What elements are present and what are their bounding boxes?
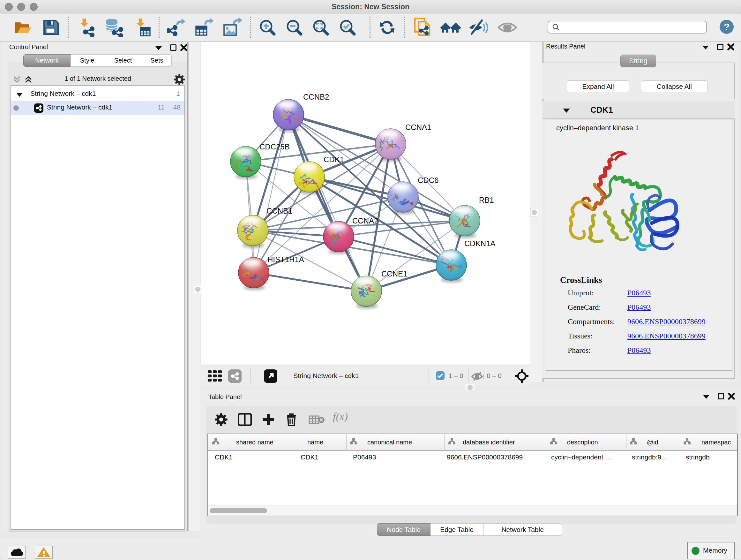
- svg-text:CCNB1: CCNB1: [266, 206, 292, 215]
- svg-text:CDK1: CDK1: [324, 155, 344, 164]
- svg-text:CCNB2: CCNB2: [303, 92, 329, 101]
- svg-text:?: ?: [724, 21, 730, 32]
- svg-text:HIST1H1A: HIST1H1A: [267, 255, 304, 264]
- svg-text:CDC25B: CDC25B: [259, 142, 290, 151]
- svg-text:CDKN1A: CDKN1A: [464, 239, 495, 248]
- svg-text:RB1: RB1: [479, 196, 494, 204]
- svg-text:CCNA2: CCNA2: [352, 216, 378, 225]
- svg-text:CCNE1: CCNE1: [381, 269, 407, 278]
- svg-text:CCNA1: CCNA1: [405, 123, 431, 132]
- svg-text:CDC6: CDC6: [418, 176, 439, 185]
